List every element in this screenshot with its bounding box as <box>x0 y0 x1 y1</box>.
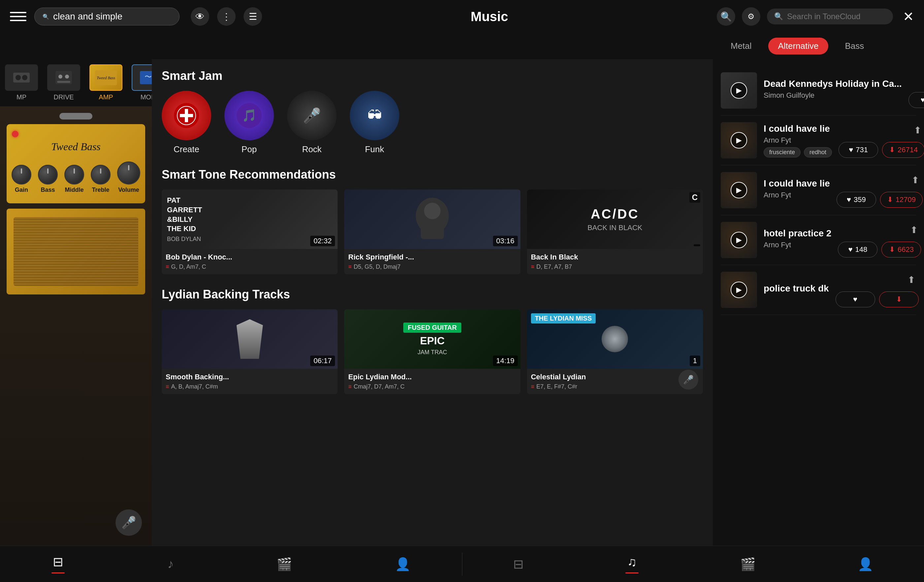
share-button-1[interactable]: ⬆ <box>910 123 924 137</box>
knob-gain[interactable]: Gain <box>12 165 31 193</box>
jam-pop[interactable]: 🎵 Pop <box>224 91 274 154</box>
more-options-icon[interactable]: ⋮ <box>217 7 236 26</box>
tonecloud-search-bar[interactable]: 🔍 <box>767 8 893 25</box>
tone-item-2: ▶ I could have lie Arno Fyt ⬆ ♥ 359 ⬇ 12… <box>721 165 916 215</box>
jam-circles: Create 🎵 Pop 🎤 Rock 🕶 Funk <box>162 91 703 154</box>
nav-music-left[interactable]: ♪ <box>167 557 173 571</box>
nav-profile-right[interactable]: 👤 <box>858 557 873 571</box>
nav-video-right[interactable]: 🎬 <box>740 557 756 571</box>
amp-item-amp[interactable]: Tweed Bass AMP <box>88 64 124 101</box>
video-card-rick[interactable]: 03:16 Rick Springfield -... ≡ D5, G5, D,… <box>344 190 520 274</box>
tone-thumb-3[interactable]: ▶ <box>721 222 757 258</box>
play-button-4[interactable]: ▶ <box>731 281 747 298</box>
tone-tag-redhot: redhot <box>804 147 832 157</box>
svg-point-2 <box>22 75 27 80</box>
like-button-3[interactable]: ♥ 148 <box>838 241 878 258</box>
menu-button[interactable] <box>10 8 26 25</box>
search-input[interactable] <box>53 11 171 22</box>
tone-thumb-0[interactable]: ▶ <box>721 72 757 109</box>
share-button-3[interactable]: ⬆ <box>906 223 921 237</box>
download-button-1[interactable]: ⬇ 26714 <box>882 142 924 158</box>
knob-treble[interactable]: Treble <box>91 165 111 193</box>
smart-jam-title: Smart Jam <box>162 69 703 83</box>
tone-title-4: police truck dk <box>764 283 829 294</box>
video-card-celestial[interactable]: THE LYDIAN MISS 1 Celestial Lydian ≡ E7,… <box>527 309 703 394</box>
play-button-2[interactable]: ▶ <box>731 182 747 198</box>
filter-alternative[interactable]: Alternative <box>768 38 828 55</box>
download-icon-2: ⬇ <box>887 195 893 204</box>
tone-thumb-1[interactable]: ▶ <box>721 122 757 159</box>
download-button-3[interactable]: ⬇ 6623 <box>881 241 921 258</box>
like-button-4[interactable]: ♥ <box>836 291 875 308</box>
tone-title-3: hotel practice 2 <box>764 228 831 239</box>
filter-bass[interactable]: Bass <box>835 38 874 55</box>
mic-button[interactable]: 🎤 <box>116 509 142 536</box>
nav-amp-left[interactable]: ⊟ <box>51 555 65 574</box>
svg-point-18 <box>424 203 441 219</box>
amp-item-mp[interactable]: MP <box>3 64 40 101</box>
amp-nav-icon: ⊟ <box>53 555 63 569</box>
filter-metal[interactable]: Metal <box>721 38 762 55</box>
eye-icon[interactable]: 👁 <box>191 7 209 26</box>
download-icon-1: ⬇ <box>889 146 895 154</box>
tone-thumb-4[interactable]: ▶ <box>721 272 757 308</box>
video-card-epic[interactable]: FUSED GUITAR EPIC JAM TRAC 14:19 Epic Ly… <box>344 309 520 394</box>
speaker-grille <box>13 217 138 286</box>
heart-icon-2: ♥ <box>847 195 851 204</box>
download-button-2[interactable]: ⬇ 12709 <box>880 192 923 208</box>
like-button-2[interactable]: ♥ 359 <box>837 192 876 208</box>
tone-thumb-2[interactable]: ▶ <box>721 172 757 208</box>
video-card-acdc[interactable]: AC/DC BACK IN BLACK C Back In Black ≡ D,… <box>527 190 703 274</box>
tonecloud-search-icon: 🔍 <box>774 12 783 21</box>
play-button-0[interactable]: ▶ <box>731 82 747 99</box>
menu-list-icon[interactable]: ☰ <box>244 7 262 26</box>
download-button-4[interactable]: ⬇ <box>879 291 919 308</box>
tone-item-3: ▶ hotel practice 2 Arno Fyt ⬆ ♥ 148 ⬇ 66… <box>721 215 916 265</box>
knob-middle[interactable]: Middle <box>64 165 84 193</box>
amp-strip: MP DRIVE Tweed Bass AMP 〜 MOD <box>0 59 152 106</box>
play-button-3[interactable]: ▶ <box>731 232 747 248</box>
filter-row: Metal Alternative Bass <box>713 38 924 55</box>
video-card-dylan[interactable]: PATGARRETT&BILLYTHE KID BOB DYLAN 02:32 … <box>162 190 338 274</box>
tone-tag-frusciente: frusciente <box>764 147 800 157</box>
lydian-title: Lydian Backing Tracks <box>162 288 703 301</box>
tonecloud-search-input[interactable] <box>787 12 886 21</box>
amp-item-mod[interactable]: 〜 MOD <box>130 64 152 101</box>
play-button-1[interactable]: ▶ <box>731 132 747 149</box>
amp-item-drive[interactable]: DRIVE <box>46 64 82 101</box>
svg-rect-19 <box>421 223 444 239</box>
like-button-0[interactable]: ♥ 36 <box>909 92 924 108</box>
global-search-icon[interactable]: 🔍 <box>717 7 735 26</box>
tone-title-1: I could have lie <box>764 124 832 134</box>
top-bar: 🔍 👁 ⋮ ☰ Music 🔍 ⚙ 🔍 ✕ <box>0 0 924 33</box>
amp-speaker <box>7 208 145 294</box>
share-button-2[interactable]: ⬆ <box>908 173 923 187</box>
video-card-smooth[interactable]: 06:17 Smooth Backing... ≡ A, B, Amaj7, C… <box>162 309 338 394</box>
knob-volume[interactable]: Volume <box>117 161 140 193</box>
close-button[interactable]: ✕ <box>903 9 914 24</box>
top-icons: 👁 ⋮ ☰ <box>191 7 262 26</box>
search-bar[interactable]: 🔍 <box>34 8 180 25</box>
tone-artist-2: Arno Fyt <box>764 191 830 199</box>
amp-knobs: Gain Bass Middle Treble <box>12 158 140 197</box>
tone-title-2: I could have lie <box>764 178 830 189</box>
jam-rock[interactable]: 🎤 Rock <box>287 91 337 154</box>
mic-button-overlay[interactable]: 🎤 <box>678 370 698 390</box>
tone-artist-1: Arno Fyt <box>764 136 832 145</box>
knob-bass[interactable]: Bass <box>38 165 58 193</box>
main-layout: MP DRIVE Tweed Bass AMP 〜 MOD <box>0 59 924 546</box>
jam-funk[interactable]: 🕶 Funk <box>350 91 399 154</box>
share-button-4[interactable]: ⬆ <box>904 272 919 287</box>
nav-music-right[interactable]: ♫ <box>625 555 639 574</box>
smart-tone-title: Smart Tone Recommendations <box>162 168 703 182</box>
nav-profile-left[interactable]: 👤 <box>395 557 411 571</box>
nav-video-left[interactable]: 🎬 <box>277 557 292 571</box>
svg-point-5 <box>65 74 69 79</box>
jam-create[interactable]: Create <box>162 91 211 154</box>
heart-icon-3: ♥ <box>848 245 853 254</box>
nav-amp-right[interactable]: ⊟ <box>513 557 524 571</box>
smart-tone-cards: PATGARRETT&BILLYTHE KID BOB DYLAN 02:32 … <box>162 190 703 274</box>
filter-icon[interactable]: ⚙ <box>742 7 760 26</box>
like-button-1[interactable]: ♥ 731 <box>838 142 878 158</box>
svg-point-1 <box>15 75 21 80</box>
